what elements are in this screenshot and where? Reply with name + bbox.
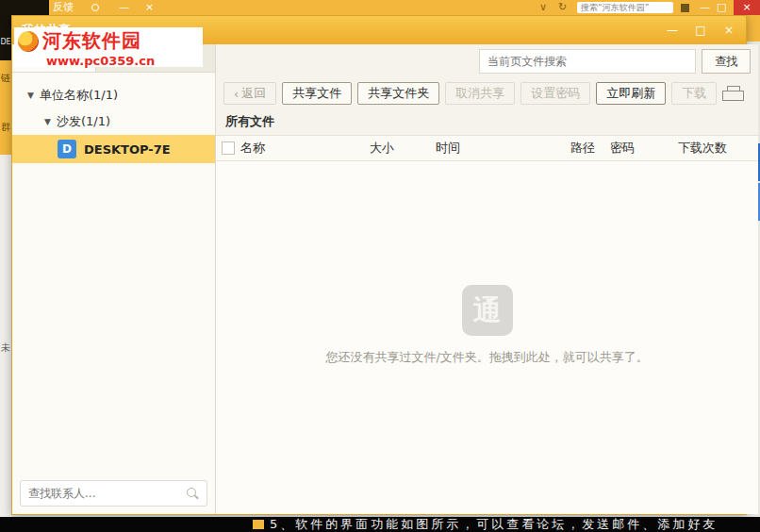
column-header-time[interactable]: 时间	[436, 140, 570, 157]
chevron-down-icon[interactable]: ∨	[539, 0, 547, 15]
column-header-path[interactable]: 路径	[570, 140, 610, 157]
desktop-top-bar: 反馈 — × ∨ ↻ 搜索“河东软件园” — □ ×	[0, 0, 760, 15]
page-bottom-bar: 5、软件的界面功能如图所示，可以查看论坛，发送邮件、添加好友	[0, 517, 760, 532]
file-search-input[interactable]	[479, 49, 696, 74]
chevron-left-icon: ‹	[234, 87, 239, 101]
column-header-size[interactable]: 大小	[370, 140, 436, 157]
column-header-downloads[interactable]: 下载次数	[678, 140, 758, 157]
find-button[interactable]: 查找	[702, 49, 751, 74]
empty-state-message: 您还没有共享过文件/文件夹。拖拽到此处，就可以共享了。	[325, 349, 648, 366]
watermark-site-url: www.pc0359.cn	[46, 54, 201, 68]
left-edge-fragments: DE 链 群 未	[0, 15, 11, 517]
window-maximize-button[interactable]: □	[717, 0, 726, 15]
dialog-minimize-button[interactable]: —	[661, 21, 684, 40]
select-all-checkbox[interactable]	[222, 141, 235, 155]
right-fragment-yellow	[745, 15, 760, 42]
menu-icon[interactable]	[681, 4, 689, 12]
dialog-body: 选择联系人 ▼ 单位名称(1/1) ▼ 沙发(1/1) D DESKTOP-7E	[12, 44, 746, 514]
dialog-window-controls: — □ ×	[661, 16, 740, 44]
contacts-panel: 选择联系人 ▼ 单位名称(1/1) ▼ 沙发(1/1) D DESKTOP-7E	[12, 44, 216, 514]
browser-search-input[interactable]: 搜索“河东软件园”	[577, 2, 673, 13]
pin-icon[interactable]	[91, 4, 99, 11]
left-fragment-gray: 未	[0, 155, 11, 517]
tree-item-desktop-selected[interactable]: D DESKTOP-7E	[12, 135, 215, 163]
files-panel: 查找 ‹ 返回 共享文件 共享文件夹 取消共享 设置密码 立即刷新 下载 所有文…	[216, 44, 758, 514]
printer-icon[interactable]	[722, 86, 743, 101]
feedback-link[interactable]: 反馈	[53, 0, 74, 15]
my-share-dialog: 我的共享 — □ × 河东软件园 www.pc0359.cn 选择联系人 ▼ 单…	[11, 15, 747, 515]
search-icon	[186, 487, 199, 500]
tree-item-unit[interactable]: ▼ 单位名称(1/1)	[12, 82, 215, 108]
tree-item-group[interactable]: ▼ 沙发(1/1)	[12, 108, 215, 135]
tree-item-label: 沙发(1/1)	[57, 113, 110, 130]
left-fragment-top: DE	[0, 15, 11, 60]
column-header-password[interactable]: 密码	[610, 140, 678, 157]
contact-avatar: D	[58, 140, 76, 158]
left-fragment-char-1: 链	[1, 72, 10, 85]
app-minimize-button[interactable]: —	[119, 0, 129, 15]
app-close-button[interactable]: ×	[145, 0, 154, 15]
app-logo-icon: 通	[462, 285, 513, 336]
site-watermark: 河东软件园 www.pc0359.cn	[14, 27, 203, 67]
set-password-button[interactable]: 设置密码	[520, 82, 590, 105]
download-button[interactable]: 下载	[671, 82, 717, 105]
tree-item-label: DESKTOP-7E	[84, 142, 171, 157]
window-close-button[interactable]: ×	[734, 0, 760, 15]
contact-search-box	[20, 480, 207, 507]
share-folder-button[interactable]: 共享文件夹	[357, 82, 439, 105]
caret-down-icon[interactable]: ▼	[27, 91, 34, 100]
left-fragment-char-2: 群	[1, 121, 10, 134]
left-fragment-char-3: 未	[1, 341, 10, 355]
refresh-icon[interactable]: ↻	[558, 0, 567, 15]
dialog-close-button[interactable]: ×	[718, 21, 740, 40]
bottom-fragment	[253, 520, 264, 529]
window-fragment	[0, 0, 49, 15]
tree-item-label: 单位名称(1/1)	[40, 87, 118, 104]
share-file-button[interactable]: 共享文件	[282, 82, 352, 105]
file-list-empty-area: 通 您还没有共享过文件/文件夹。拖拽到此处，就可以共享了。	[216, 161, 758, 514]
site-logo	[18, 31, 39, 52]
back-button-label: 返回	[241, 85, 266, 102]
contact-search-input[interactable]	[28, 487, 186, 500]
refresh-now-button[interactable]: 立即刷新	[596, 82, 666, 105]
caption-text: 5、软件的界面功能如图所示，可以查看论坛，发送邮件、添加好友	[270, 517, 718, 532]
cancel-share-button[interactable]: 取消共享	[445, 82, 515, 105]
section-title: 所有文件	[216, 108, 758, 135]
back-button[interactable]: ‹ 返回	[223, 82, 276, 105]
column-header-name[interactable]: 名称	[240, 140, 370, 157]
caret-down-icon[interactable]: ▼	[44, 117, 51, 126]
contacts-tree: ▼ 单位名称(1/1) ▼ 沙发(1/1) D DESKTOP-7E	[12, 73, 215, 473]
dialog-maximize-button[interactable]: □	[689, 21, 712, 40]
window-minimize-button[interactable]: —	[700, 0, 710, 15]
watermark-site-name: 河东软件园	[42, 28, 141, 54]
left-fragment-yellow: 链 群	[0, 60, 11, 155]
file-table-header: 名称 大小 时间 路径 密码 下载次数	[216, 135, 758, 161]
file-search-row: 查找	[216, 44, 758, 78]
files-toolbar: ‹ 返回 共享文件 共享文件夹 取消共享 设置密码 立即刷新 下载	[216, 78, 758, 108]
